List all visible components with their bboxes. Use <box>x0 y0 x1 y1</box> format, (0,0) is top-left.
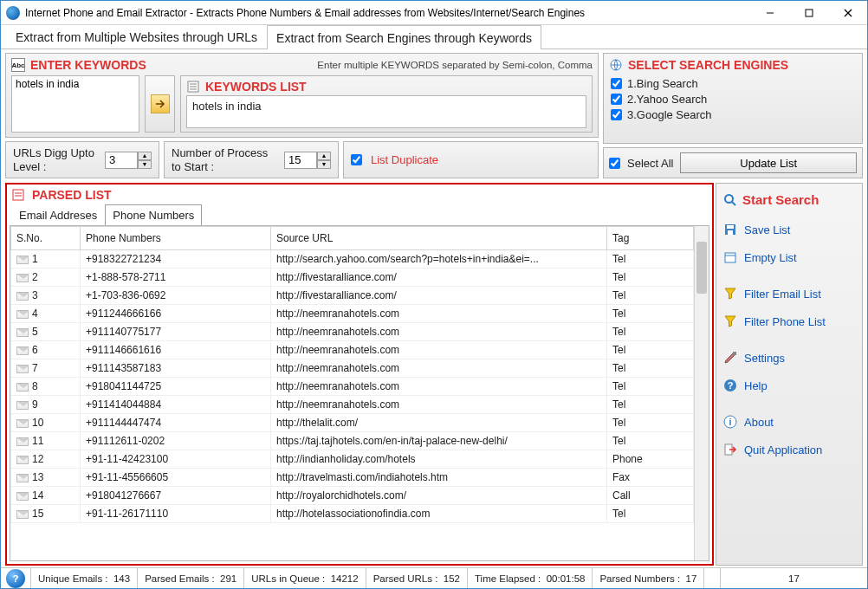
table-row[interactable]: 13+91-11-45566605http://travelmasti.com/… <box>11 469 694 487</box>
tab-phone-numbers[interactable]: Phone Numbers <box>105 204 202 225</box>
update-list-button[interactable]: Update List <box>680 152 857 173</box>
cell-url: http://neemranahotels.com <box>271 378 607 396</box>
add-keyword-button[interactable] <box>151 94 170 113</box>
save-list-button[interactable]: Save List <box>723 217 855 242</box>
engine-bing-checkbox[interactable] <box>611 78 622 89</box>
mail-icon <box>16 383 29 392</box>
start-search-button[interactable]: Start Search <box>723 191 855 214</box>
save-icon <box>723 223 737 236</box>
mail-icon <box>16 365 29 373</box>
cell-phone: +1-703-836-0692 <box>81 287 271 305</box>
table-row[interactable]: 3+1-703-836-0692http://fivestaralliance.… <box>11 287 694 305</box>
table-row[interactable]: 4+911244666166http://neemranahotels.comT… <box>11 305 694 323</box>
table-row[interactable]: 10+911144447474http://thelalit.com/Tel <box>11 414 694 432</box>
mail-icon <box>16 256 29 264</box>
table-row[interactable]: 2+1-888-578-2711http://fivestaralliance.… <box>11 269 694 287</box>
col-sno[interactable]: S.No. <box>11 227 81 250</box>
mail-icon <box>16 474 29 482</box>
actions-sidebar: Start Search Save List Empty List Filter… <box>716 183 863 566</box>
filter-phone-button[interactable]: Filter Phone List <box>723 309 855 333</box>
table-row[interactable]: 9+911414044884http://neemranahotels.comT… <box>11 396 694 414</box>
parsed-tabs: Email Addreses Phone Numbers <box>11 204 708 225</box>
col-url[interactable]: Source URL <box>271 227 607 250</box>
proc-down-button[interactable]: ▼ <box>317 160 331 169</box>
list-duplicate-checkbox[interactable] <box>351 154 362 165</box>
select-all-engines-checkbox[interactable] <box>609 158 620 169</box>
table-row[interactable]: 15+91-11-26171110http://hotelassociation… <box>11 505 694 523</box>
table-row[interactable]: 5+911140775177http://neemranahotels.comT… <box>11 323 694 341</box>
col-tag[interactable]: Tag <box>607 227 694 250</box>
filter-email-button[interactable]: Filter Email List <box>723 282 855 306</box>
svg-rect-16 <box>728 230 733 235</box>
start-search-label: Start Search <box>742 192 819 207</box>
arrow-right-icon <box>155 99 165 109</box>
help-button[interactable]: ? Help <box>723 373 855 398</box>
cell-sno: 12 <box>11 450 81 469</box>
digg-level-spinner[interactable]: ▲▼ <box>105 152 152 169</box>
table-row[interactable]: 14+918041276667http://royalorchidhotels.… <box>11 487 694 505</box>
digg-up-button[interactable]: ▲ <box>138 152 152 160</box>
digg-down-button[interactable]: ▼ <box>138 160 152 169</box>
quit-button[interactable]: Quit Application <box>723 437 855 462</box>
tab-extract-keywords[interactable]: Extract from Search Engines through Keyw… <box>267 25 541 49</box>
table-row[interactable]: 8+918041144725http://neemranahotels.comT… <box>11 378 694 396</box>
svg-rect-15 <box>727 225 734 229</box>
keyword-item[interactable]: hotels in india <box>192 100 580 113</box>
about-button[interactable]: i About <box>723 410 855 434</box>
cell-sno: 13 <box>11 469 81 487</box>
cell-tag: Tel <box>607 341 694 359</box>
status-help-icon[interactable]: ? <box>6 569 25 588</box>
table-row[interactable]: 12+91-11-42423100http://indianholiday.co… <box>11 450 694 469</box>
keywords-list-panel: KEYWORDS LIST hotels in india <box>180 75 593 133</box>
vertical-scrollbar[interactable] <box>694 226 709 560</box>
table-row[interactable]: 7+911143587183http://neemranahotels.comT… <box>11 359 694 378</box>
engine-item-google[interactable]: 3.Google Search <box>611 108 855 121</box>
table-row[interactable]: 6+911146661616http://neemranahotels.comT… <box>11 341 694 359</box>
cell-phone: +91112611-0202 <box>81 432 271 450</box>
close-button[interactable] <box>828 1 867 25</box>
cell-phone: +911414044884 <box>81 396 271 414</box>
scrollbar-thumb[interactable] <box>696 242 707 294</box>
app-icon <box>6 6 20 20</box>
svg-point-12 <box>725 195 733 203</box>
mail-icon <box>16 310 29 319</box>
col-phone[interactable]: Phone Numbers <box>81 227 271 250</box>
cell-sno: 6 <box>11 341 81 359</box>
engine-yahoo-checkbox[interactable] <box>611 94 622 105</box>
results-grid: S.No. Phone Numbers Source URL Tag 1+918… <box>10 225 709 561</box>
keywords-input[interactable]: hotels in india <box>12 76 139 132</box>
status-parsed-emails: Parsed Emails : 291 <box>137 568 243 588</box>
table-row[interactable]: 11+91112611-0202https://taj.tajhotels.co… <box>11 432 694 450</box>
maximize-button[interactable] <box>789 1 828 25</box>
tab-extract-urls[interactable]: Extract from Multiple Websites through U… <box>6 24 267 49</box>
process-count-input[interactable] <box>284 152 317 169</box>
keywords-list[interactable]: hotels in india <box>186 95 586 128</box>
cell-tag: Tel <box>607 396 694 414</box>
status-bar: ? Unique Emails : 143 Parsed Emails : 29… <box>1 567 867 588</box>
cell-tag: Fax <box>607 469 694 487</box>
empty-list-button[interactable]: Empty List <box>723 245 855 269</box>
tab-email-addresses[interactable]: Email Addreses <box>11 204 105 225</box>
engine-item-yahoo[interactable]: 2.Yahoo Search <box>611 93 855 106</box>
cell-phone: +911140775177 <box>81 323 271 341</box>
status-urls-queue: URLs in Queue : 14212 <box>243 568 365 588</box>
search-icon <box>723 193 737 207</box>
settings-button[interactable]: Settings <box>723 346 855 370</box>
grid-scroll[interactable]: S.No. Phone Numbers Source URL Tag 1+918… <box>10 226 694 560</box>
cell-phone: +918041144725 <box>81 378 271 396</box>
cell-sno: 7 <box>11 359 81 378</box>
engine-item-bing[interactable]: 1.Bing Search <box>611 77 855 90</box>
process-count-spinner[interactable]: ▲▼ <box>284 152 331 169</box>
table-row[interactable]: 1+918322721234http://search.yahoo.com/se… <box>11 250 694 269</box>
digg-level-input[interactable] <box>105 152 138 169</box>
minimize-button[interactable] <box>750 1 789 25</box>
main-area: PARSED LIST Email Addreses Phone Numbers… <box>1 181 867 567</box>
window-title: Internet Phone and Email Extractor - Ext… <box>25 7 750 19</box>
engine-google-label: 3.Google Search <box>627 108 712 121</box>
digg-level-panel: URLs Digg Upto Level : ▲▼ <box>5 141 159 178</box>
cell-url: https://taj.tajhotels.com/en-in/taj-pala… <box>271 432 607 450</box>
cell-sno: 2 <box>11 269 81 287</box>
cell-phone: +911144447474 <box>81 414 271 432</box>
engine-google-checkbox[interactable] <box>611 109 622 120</box>
proc-up-button[interactable]: ▲ <box>317 152 331 160</box>
